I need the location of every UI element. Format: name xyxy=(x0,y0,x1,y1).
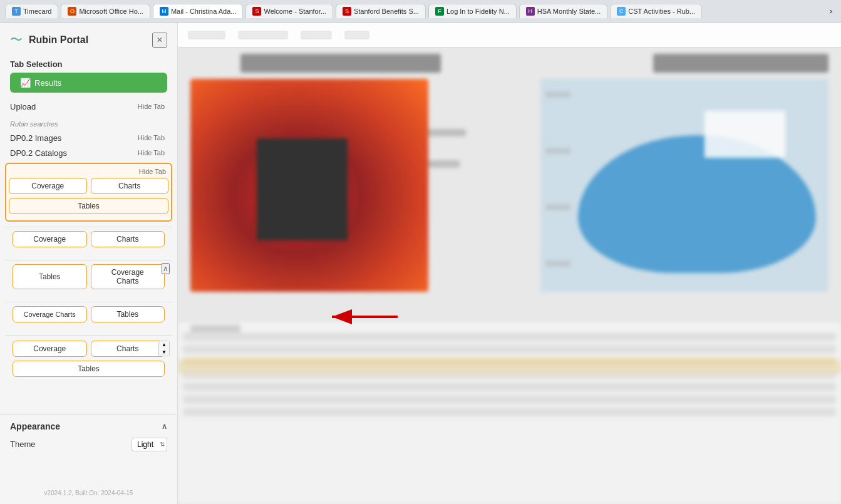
group5-coverage-button[interactable]: Coverage xyxy=(13,341,87,357)
group1-coverage-button[interactable]: Coverage xyxy=(9,178,87,194)
tab-label-cst: CST Activities - Rub... xyxy=(628,8,695,15)
spinner-down-button[interactable]: ▼ xyxy=(159,349,169,356)
tab-favicon-office: O xyxy=(68,7,76,16)
theme-select[interactable]: Light Dark xyxy=(132,438,167,451)
more-tabs-chevron[interactable]: › xyxy=(826,4,836,18)
tab-favicon-cst: C xyxy=(617,7,626,16)
tab-label-office: Microsoft Office Ho... xyxy=(79,8,143,15)
dp02-images-label: DP0.2 Images xyxy=(10,133,61,143)
group1-tables-button[interactable]: Tables xyxy=(9,198,168,214)
tab-label-fidelity: Log In to Fidelity N... xyxy=(446,8,510,15)
spinner-control: ▲ ▼ xyxy=(158,341,170,356)
btn-group-5: Coverage Charts Tables ▲ ▼ xyxy=(5,335,172,384)
results-icon: 📈 xyxy=(20,78,31,88)
btn-group-3: Tables Coverage Charts ∧ xyxy=(5,260,172,297)
browser-tab-timecard[interactable]: T Timecard xyxy=(5,4,58,18)
browser-tab-hsa[interactable]: H HSA Monthly State... xyxy=(519,4,608,18)
dp02-catalogs-hide-tab-button[interactable]: Hide Tab xyxy=(135,148,167,158)
app-container: 〜 Rubin Portal × Tab Selection 📈 Results… xyxy=(0,23,841,504)
tab-favicon-hsa: H xyxy=(526,7,535,16)
browser-tab-stanford1[interactable]: S Welcome - Stanfor... xyxy=(245,4,333,18)
results-button-label: Results xyxy=(34,78,61,88)
nav-item-3[interactable] xyxy=(301,31,332,39)
group5-row2: Tables xyxy=(13,361,165,377)
group2-charts-button[interactable]: Charts xyxy=(91,231,165,247)
group3-row1: Tables Coverage Charts xyxy=(13,264,165,289)
group4-tables-button[interactable]: Tables xyxy=(91,306,165,322)
upload-label: Upload xyxy=(10,102,36,111)
group3-collapse-button[interactable]: ∧ xyxy=(162,263,170,274)
group4-coverage-charts-button[interactable]: Coverage Charts xyxy=(13,306,87,322)
panel-header: 〜 Rubin Portal × xyxy=(0,23,177,54)
group2-row1: Coverage Charts xyxy=(13,231,165,247)
group5-tables-button[interactable]: Tables xyxy=(13,361,165,377)
tab-label-stanford1: Welcome - Stanfor... xyxy=(264,8,326,15)
tab-label-hsa: HSA Monthly State... xyxy=(537,8,601,15)
upload-hide-tab-button[interactable]: Hide Tab xyxy=(135,101,167,111)
browser-tab-stanford2[interactable]: S Stanford Benefits S... xyxy=(336,4,426,18)
appearance-title-label: Appearance xyxy=(10,421,60,431)
group5-charts-button[interactable]: Charts xyxy=(91,341,165,357)
group1-row1: Coverage Charts xyxy=(9,178,168,194)
btn-group-1: Hide Tab Coverage Charts Tables xyxy=(5,163,172,222)
bg-visualizations xyxy=(178,23,841,504)
appearance-collapse-icon: ∧ xyxy=(162,422,167,431)
panel-title: Rubin Portal xyxy=(29,34,88,46)
panel-title-row: 〜 Rubin Portal xyxy=(10,31,88,48)
tab-selection-title: Tab Selection xyxy=(0,54,177,73)
browser-tab-office[interactable]: O Microsoft Office Ho... xyxy=(61,4,150,18)
nav-item-2[interactable] xyxy=(238,31,288,39)
main-content xyxy=(178,23,841,504)
rubin-searches-label: Rubin searches xyxy=(0,115,177,130)
dp02-images-hide-tab-button[interactable]: Hide Tab xyxy=(135,133,167,143)
nav-item-1[interactable] xyxy=(188,31,225,39)
appearance-section: Appearance ∧ Theme Light Dark xyxy=(0,414,177,458)
dp02-catalogs-label: DP0.2 Catalogs xyxy=(10,148,67,158)
tab-label-stanford2: Stanford Benefits S... xyxy=(354,8,419,15)
rubin-logo-icon: 〜 xyxy=(10,31,23,48)
btn-group-2: Coverage Charts xyxy=(5,227,172,255)
left-panel: 〜 Rubin Portal × Tab Selection 📈 Results… xyxy=(0,23,178,504)
close-panel-button[interactable]: × xyxy=(152,33,167,48)
tab-favicon-fidelity: F xyxy=(435,7,444,16)
theme-select-wrapper: Light Dark xyxy=(132,438,167,451)
tab-favicon-stanford2: S xyxy=(343,7,351,16)
group1-row2: Tables xyxy=(9,198,168,214)
search-item-dp02-images: DP0.2 Images Hide Tab xyxy=(0,130,177,145)
results-button[interactable]: 📈 Results xyxy=(10,73,167,93)
tab-favicon-timecard: T xyxy=(12,7,21,16)
tab-favicon-stanford1: S xyxy=(252,7,261,16)
theme-label: Theme xyxy=(10,440,35,449)
main-nav xyxy=(178,23,841,48)
btn-group-4: Coverage Charts Tables xyxy=(5,302,172,330)
browser-tab-cst[interactable]: C CST Activities - Rub... xyxy=(610,4,702,18)
browser-tab-fidelity[interactable]: F Log In to Fidelity N... xyxy=(428,4,517,18)
upload-row: Upload Hide Tab xyxy=(0,98,177,115)
browser-chrome: T Timecard O Microsoft Office Ho... M Ma… xyxy=(0,0,841,23)
tab-favicon-mail: M xyxy=(160,7,168,16)
nav-item-4[interactable] xyxy=(344,31,369,39)
tab-label-mail: Mail - Christina Ada... xyxy=(171,8,237,15)
spinner-up-button[interactable]: ▲ xyxy=(159,341,169,349)
group1-hide-tab-button[interactable]: Hide Tab xyxy=(137,167,168,177)
search-item-dp02-catalogs: DP0.2 Catalogs Hide Tab xyxy=(0,145,177,160)
group3-tables-button[interactable]: Tables xyxy=(13,264,87,289)
appearance-title[interactable]: Appearance ∧ xyxy=(10,421,167,431)
group5-row1: Coverage Charts xyxy=(13,341,165,357)
tab-label-timecard: Timecard xyxy=(23,8,51,15)
group2-coverage-button[interactable]: Coverage xyxy=(13,231,87,247)
group1-charts-button[interactable]: Charts xyxy=(91,178,169,194)
browser-tab-mail[interactable]: M Mail - Christina Ada... xyxy=(153,4,244,18)
version-text: v2024.1.2, Built On: 2024-04-15 xyxy=(0,485,177,504)
theme-row: Theme Light Dark xyxy=(10,431,167,451)
group3-coverage-charts-button[interactable]: Coverage Charts xyxy=(91,264,165,289)
group4-row1: Coverage Charts Tables xyxy=(13,306,165,322)
